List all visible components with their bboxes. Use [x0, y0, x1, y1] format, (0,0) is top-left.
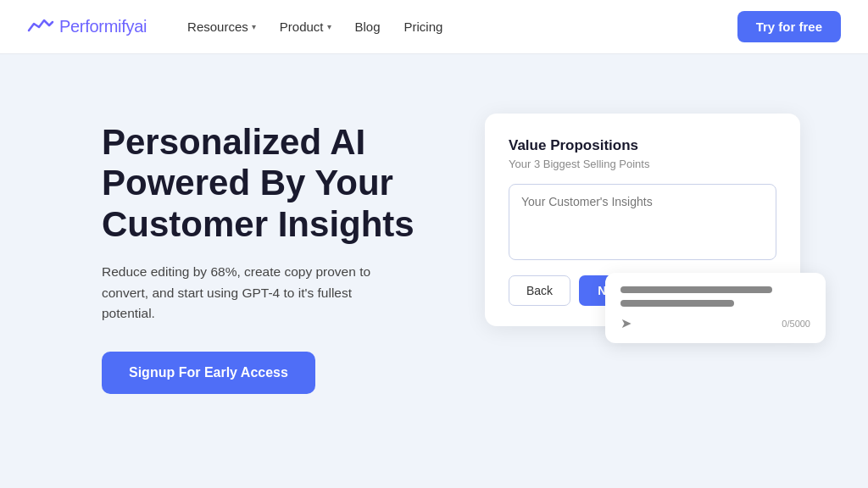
chevron-down-icon: ▾ [327, 22, 331, 31]
back-button[interactable]: Back [509, 275, 570, 306]
output-card: ➤ 0/5000 [605, 273, 826, 343]
hero-subtitle: Reduce editing by 68%, create copy prove… [102, 262, 407, 324]
output-line-1 [620, 286, 772, 293]
nav-product[interactable]: Product ▾ [270, 13, 342, 41]
send-icon: ➤ [620, 315, 632, 331]
hero-right: Value Propositions Your 3 Biggest Sellin… [485, 105, 800, 326]
signup-button[interactable]: Signup For Early Access [102, 352, 315, 394]
customer-insights-input[interactable] [509, 184, 776, 260]
hero-title: Personalized AI Powered By Your Customer… [102, 122, 417, 245]
char-count: 0/5000 [782, 319, 810, 329]
nav-blog[interactable]: Blog [345, 13, 391, 41]
navbar: Performifyai Resources ▾ Product ▾ Blog … [0, 0, 868, 54]
try-for-free-button[interactable]: Try for free [737, 11, 841, 42]
hero-left: Personalized AI Powered By Your Customer… [102, 105, 417, 394]
logo-icon [27, 14, 54, 41]
nav-left: Performifyai Resources ▾ Product ▾ Blog … [27, 13, 453, 41]
logo-text: Performifyai [59, 17, 147, 36]
chevron-down-icon: ▾ [252, 22, 256, 31]
output-footer: ➤ 0/5000 [620, 315, 810, 331]
vp-card-subtitle: Your 3 Biggest Selling Points [509, 158, 776, 170]
vp-card-title: Value Propositions [509, 137, 776, 154]
nav-links: Resources ▾ Product ▾ Blog Pricing [177, 13, 453, 41]
main-content: Personalized AI Powered By Your Customer… [0, 54, 868, 488]
output-line-2 [620, 300, 734, 307]
nav-pricing[interactable]: Pricing [394, 13, 453, 41]
nav-resources[interactable]: Resources ▾ [177, 13, 266, 41]
logo[interactable]: Performifyai [27, 14, 147, 41]
